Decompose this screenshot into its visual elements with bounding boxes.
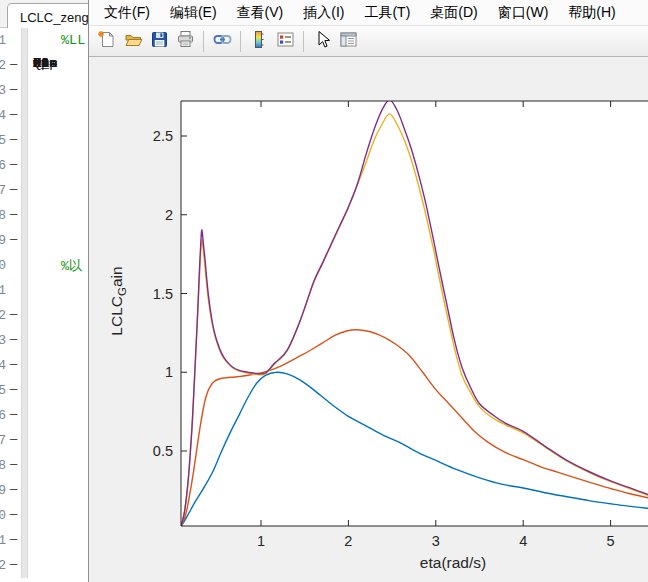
print-button[interactable] xyxy=(173,29,197,53)
menu-item-insert[interactable]: 插入(I) xyxy=(293,0,354,25)
gutter-band xyxy=(21,328,28,353)
property-inspector-icon xyxy=(339,30,358,53)
toolbar-separator xyxy=(240,31,241,52)
gutter-band xyxy=(21,353,28,378)
y-tick-label: 2 xyxy=(165,207,173,223)
property-inspector-button[interactable] xyxy=(336,29,360,53)
save-button[interactable] xyxy=(147,29,171,53)
y-tick-label: 0.5 xyxy=(153,443,173,459)
figure-canvas: 123450.511.522.5eta(rad/s)LCLCGain xyxy=(89,58,648,582)
executable-line-marker: — xyxy=(6,203,21,228)
new-script-button[interactable] xyxy=(95,29,119,53)
x-tick-label: 4 xyxy=(519,533,527,549)
axes-background xyxy=(181,101,648,526)
gutter-band xyxy=(21,253,28,278)
gutter-band xyxy=(21,403,28,428)
executable-line-marker: — xyxy=(6,553,21,578)
plot-axes: 123450.511.522.5eta(rad/s)LCLCGain xyxy=(89,58,648,582)
save-icon xyxy=(150,30,169,53)
y-tick-label: 1.5 xyxy=(153,286,173,302)
link-plots-button[interactable] xyxy=(210,29,234,53)
x-tick-label: 3 xyxy=(432,533,440,549)
code-line: 16—eta xyxy=(0,403,89,428)
x-axis-label: eta(rad/s) xyxy=(420,554,486,571)
executable-line-marker: — xyxy=(6,228,21,253)
figure-toolbar xyxy=(89,26,648,57)
link-plots-icon xyxy=(213,30,232,53)
code-line: 11 xyxy=(0,278,89,303)
code-area[interactable]: 1%LL2—cle3—Lr4—Cr5—Lm6—Cp7—n =8—R_s9—f =… xyxy=(0,28,89,578)
menu-item-tools[interactable]: 工具(T) xyxy=(354,0,420,25)
gutter-band xyxy=(21,28,28,53)
code-line: 13—w0 xyxy=(0,328,89,353)
executable-line-marker: — xyxy=(6,328,21,353)
code-line: 9—f = xyxy=(0,228,89,253)
code-line: 6—Cp xyxy=(0,153,89,178)
executable-line-marker: — xyxy=(6,453,21,478)
executable-line-marker: — xyxy=(6,428,21,453)
code-line: 20—Z2 xyxy=(0,503,89,528)
code-text: %LL xyxy=(28,33,85,48)
gutter-band xyxy=(21,378,28,403)
gutter-band xyxy=(21,128,28,153)
menu-item-edit[interactable]: 编辑(E) xyxy=(160,0,227,25)
gutter-band xyxy=(21,153,28,178)
editor-tab-label: LCLC_zeng xyxy=(20,10,89,25)
y-tick-label: 1 xyxy=(165,364,173,380)
y-tick-label: 2.5 xyxy=(153,128,173,144)
code-text: %以 xyxy=(28,257,83,275)
toolbar-separator xyxy=(203,31,204,52)
edit-plot-button[interactable] xyxy=(310,29,334,53)
line-number: 11 xyxy=(0,283,6,298)
toolbar-separator xyxy=(303,31,304,52)
code-line: 10%以 xyxy=(0,253,89,278)
edit-plot-icon xyxy=(313,30,332,53)
menu-item-file[interactable]: 文件(F) xyxy=(94,0,160,25)
code-line: 19—Z1 xyxy=(0,478,89,503)
gutter-band xyxy=(21,78,28,103)
menu-item-help[interactable]: 帮助(H) xyxy=(558,0,625,25)
open-icon xyxy=(124,30,143,53)
line-number: 1 xyxy=(0,33,6,48)
code-line: 14—f1 xyxy=(0,353,89,378)
editor-tab-bar: LCLC_zeng xyxy=(0,0,88,28)
gutter-band xyxy=(21,428,28,453)
print-icon xyxy=(176,30,195,53)
executable-line-marker: — xyxy=(6,528,21,553)
code-line: 18—num xyxy=(0,453,89,478)
figure-window: 文件(F)编辑(E)查看(V)插入(I)工具(T)桌面(D)窗口(W)帮助(H)… xyxy=(89,0,648,582)
executable-line-marker: — xyxy=(6,78,21,103)
gutter-band xyxy=(21,178,28,203)
screen: LCLC_zeng 1%LL2—cle3—Lr4—Cr5—Lm6—Cp7—n =… xyxy=(0,0,648,582)
insert-colorbar-button[interactable] xyxy=(247,29,271,53)
gutter-band xyxy=(21,478,28,503)
insert-colorbar-icon xyxy=(250,30,269,53)
open-button[interactable] xyxy=(121,29,145,53)
code-text: Z4 xyxy=(0,56,89,71)
insert-legend-button[interactable] xyxy=(273,29,297,53)
code-line: 7—n = xyxy=(0,178,89,203)
executable-line-marker: — xyxy=(6,403,21,428)
insert-legend-icon xyxy=(276,30,295,53)
gutter-band xyxy=(21,103,28,128)
executable-line-marker: — xyxy=(6,353,21,378)
menu-item-desktop[interactable]: 桌面(D) xyxy=(420,0,487,25)
gutter-band xyxy=(21,553,28,578)
code-line: 8—R_s xyxy=(0,203,89,228)
executable-line-marker: — xyxy=(6,153,21,178)
x-tick-label: 2 xyxy=(344,533,352,549)
code-line: 3—Lr xyxy=(0,78,89,103)
gutter-band xyxy=(21,303,28,328)
code-line: 12—R_p xyxy=(0,303,89,328)
executable-line-marker: — xyxy=(6,503,21,528)
line-number: 10 xyxy=(0,258,6,273)
gutter-band xyxy=(21,453,28,478)
editor-tab[interactable]: LCLC_zeng xyxy=(7,3,89,28)
code-line: 1%LL xyxy=(0,28,89,53)
executable-line-marker: — xyxy=(6,378,21,403)
menu-item-view[interactable]: 查看(V) xyxy=(227,0,294,25)
matlab-editor-panel: LCLC_zeng 1%LL2—cle3—Lr4—Cr5—Lm6—Cp7—n =… xyxy=(0,0,89,582)
gutter-band xyxy=(21,203,28,228)
menu-item-window[interactable]: 窗口(W) xyxy=(488,0,559,25)
menu-bar: 文件(F)编辑(E)查看(V)插入(I)工具(T)桌面(D)窗口(W)帮助(H) xyxy=(89,0,648,26)
